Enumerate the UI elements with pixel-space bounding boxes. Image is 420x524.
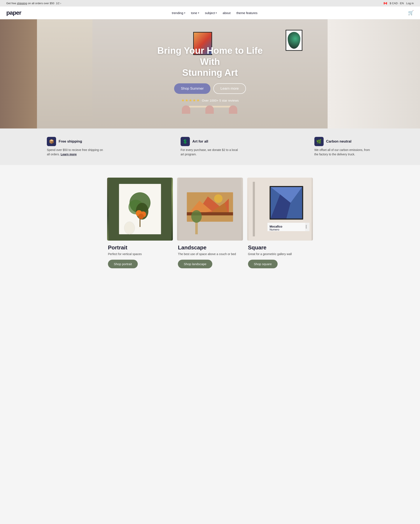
product-card-square: Mocafico Numero Steidl Square Great for … xyxy=(247,178,313,270)
product-desc-square: Great for a geometiric gallery wall xyxy=(248,252,312,256)
product-info-square: Square Great for a geometiric gallery wa… xyxy=(247,241,313,270)
feature-header-shipping: 📦 Free shipping xyxy=(47,137,106,146)
announcement-text: Get free shipping on all orders over $50… xyxy=(6,2,61,5)
leaf-icon: 🌿 xyxy=(314,137,324,146)
svg-point-7 xyxy=(138,214,144,219)
hero-section: Bring Your Home to Life With Stunning Ar… xyxy=(0,19,420,129)
product-title-landscape: Landscape xyxy=(178,244,242,251)
product-desc-portrait: Perfect for vertical spaces xyxy=(108,252,172,256)
product-card-portrait: Portrait Perfect for vertical spaces Sho… xyxy=(107,178,173,270)
announcement-pagination: 1/2 › xyxy=(56,2,61,5)
shop-portrait-button[interactable]: Shop portrait xyxy=(108,260,138,268)
star-icons: ★★★★★ xyxy=(181,98,200,103)
svg-text:Numero: Numero xyxy=(270,228,279,231)
product-image-portrait xyxy=(107,178,173,241)
svg-text:Steidl: Steidl xyxy=(305,225,307,229)
chair-1 xyxy=(182,105,190,114)
feature-title-carbon: Carbon neutral xyxy=(326,140,351,144)
hero-reviews: ★★★★★ Over 1000+ 5 star reviews xyxy=(147,98,273,103)
feature-desc-shipping: Spend over $50 to recieve free shipping … xyxy=(47,148,106,157)
nav-item-subject[interactable]: subject ▾ xyxy=(205,11,217,15)
shipping-icon: 📦 xyxy=(47,137,56,146)
svg-point-9 xyxy=(124,222,135,234)
portrait-art-svg xyxy=(107,178,173,241)
nav-item-about[interactable]: about xyxy=(223,11,231,15)
room-left-panel xyxy=(0,19,92,129)
product-card-landscape: Landscape The best use of space above a … xyxy=(177,178,243,270)
announcement-label: Get free shipping on all orders over $50 xyxy=(6,2,54,5)
feature-art-for-all: 💲 Art for all For every purchase, we don… xyxy=(181,137,239,157)
dollar-icon: 💲 xyxy=(181,137,190,146)
chevron-down-icon: ▾ xyxy=(198,12,199,14)
reviews-text: Over 1000+ 5 star reviews xyxy=(202,99,239,102)
feature-free-shipping: 📦 Free shipping Spend over $50 to reciev… xyxy=(47,137,106,157)
chevron-down-icon: ▾ xyxy=(184,12,185,14)
nav-item-trending[interactable]: trending ▾ xyxy=(172,11,185,15)
room-right-panel xyxy=(328,19,420,129)
announcement-bar: Get free shipping on all orders over $50… xyxy=(0,0,420,7)
product-desc-landscape: The best use of space above a couch or b… xyxy=(178,252,242,256)
shipping-link[interactable]: shipping xyxy=(17,2,27,5)
product-image-square: Mocafico Numero Steidl xyxy=(247,178,313,241)
nav-item-theme-features[interactable]: theme features xyxy=(236,11,257,15)
feature-desc-art: For every purchase, we donate $2 to a lo… xyxy=(181,148,239,157)
hero-title: Bring Your Home to Life With Stunning Ar… xyxy=(147,45,273,78)
feature-title-art: Art for all xyxy=(192,140,208,144)
chair-3 xyxy=(229,105,237,114)
chevron-right-icon[interactable]: › xyxy=(60,2,61,5)
svg-text:Mocafico: Mocafico xyxy=(270,225,282,228)
product-info-portrait: Portrait Perfect for vertical spaces Sho… xyxy=(107,241,173,270)
product-info-landscape: Landscape The best use of space above a … xyxy=(177,241,243,270)
product-title-portrait: Portrait xyxy=(108,244,172,251)
square-art-svg: Mocafico Numero Steidl xyxy=(247,178,313,241)
flag-icon: 🇨🇦 xyxy=(384,2,387,5)
chair-2 xyxy=(205,105,214,114)
announcement-right: 🇨🇦 $ CAD · EN Log in xyxy=(384,2,414,5)
feature-title-shipping: Free shipping xyxy=(59,140,82,144)
landscape-art-svg xyxy=(177,178,243,241)
product-image-landscape xyxy=(177,178,243,241)
shop-square-button[interactable]: Shop square xyxy=(248,260,278,268)
svg-point-18 xyxy=(191,210,202,223)
login-link[interactable]: Log in xyxy=(406,2,414,5)
feature-learn-more-link[interactable]: Learn more xyxy=(61,153,77,156)
hero-buttons: Shop Summer Learn more xyxy=(147,83,273,94)
learn-more-button[interactable]: Learn more xyxy=(213,83,246,94)
feature-header-art: 💲 Art for all xyxy=(181,137,239,146)
product-title-square: Square xyxy=(248,244,312,251)
nav-item-tone[interactable]: tone ▾ xyxy=(191,11,199,15)
chevron-down-icon: ▾ xyxy=(216,12,217,14)
cart-button[interactable]: 🛒 xyxy=(408,10,414,16)
shop-summer-button[interactable]: Shop Summer xyxy=(174,83,210,94)
hero-content: Bring Your Home to Life With Stunning Ar… xyxy=(147,45,273,103)
feature-header-carbon: 🌿 Carbon neutral xyxy=(314,137,373,146)
art-piece-2 xyxy=(286,30,302,51)
svg-point-15 xyxy=(214,194,223,203)
products-section: Portrait Perfect for vertical spaces Sho… xyxy=(0,165,420,283)
svg-rect-8 xyxy=(140,218,140,227)
products-grid: Portrait Perfect for vertical spaces Sho… xyxy=(107,178,313,270)
feature-carbon-neutral: 🌿 Carbon neutral We offset all of our ca… xyxy=(314,137,373,157)
feature-desc-carbon: We offset all of our carbon emissions, f… xyxy=(314,148,373,157)
site-header: paper trending ▾ tone ▾ subject ▾ about … xyxy=(0,7,420,19)
currency-selector[interactable]: $ CAD · EN xyxy=(390,2,404,5)
features-bar: 📦 Free shipping Spend over $50 to reciev… xyxy=(0,129,420,165)
svg-rect-20 xyxy=(253,182,255,236)
site-logo[interactable]: paper xyxy=(6,9,21,16)
main-nav: trending ▾ tone ▾ subject ▾ about theme … xyxy=(172,11,257,15)
shop-landscape-button[interactable]: Shop landscape xyxy=(178,260,212,268)
